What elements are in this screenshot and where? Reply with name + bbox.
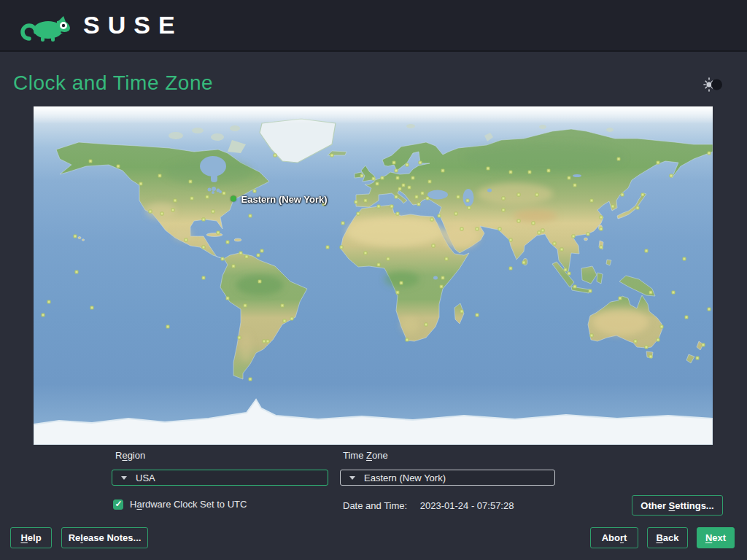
city-dot [707,152,711,155]
city-dot [528,171,532,174]
city-dot [356,211,360,215]
city-dot [696,357,700,360]
city-dot [439,285,443,289]
city-dot [571,234,575,238]
city-dot [568,272,571,276]
city-dot [468,206,471,210]
city-dot [456,195,460,198]
page-title: Clock and Time Zone [13,71,213,95]
city-dot [201,276,205,279]
next-button[interactable]: Next [697,527,735,548]
city-dot [282,319,286,322]
city-dot [475,314,479,317]
city-dot [657,338,660,341]
day-night-toggle-icon[interactable] [703,77,724,92]
city-dot [158,174,162,178]
city-dot [88,159,92,163]
city-dot [441,276,445,279]
abort-button[interactable]: Abort [590,527,638,548]
city-dot [600,246,603,249]
city-dot [684,315,688,319]
timezone-marker-label: Eastern (New York) [241,193,328,204]
region-dropdown[interactable]: USA [112,470,328,486]
region-label: Region [115,450,145,461]
city-dot [560,247,564,251]
city-dot [522,260,526,264]
city-dot [432,244,436,247]
city-dot [438,214,441,217]
city-dot [611,204,614,208]
city-dot [211,210,214,214]
city-dot [707,308,711,311]
installer-window: SUSE Clock and Time Zone [0,0,747,560]
city-dot [330,154,333,158]
city-dot [590,334,594,338]
time-zone-dropdown[interactable]: Eastern (New York) [340,470,555,486]
city-dot [460,309,464,313]
city-dot [645,249,649,253]
hardware-clock-checkbox[interactable] [113,499,123,510]
city-dot [387,257,390,260]
city-dot [547,168,551,172]
city-dot [355,201,358,204]
city-dot [414,195,418,198]
city-dot [683,257,686,260]
city-dot [460,227,464,230]
city-dot [252,190,256,193]
timezone-marker-dot [231,196,236,202]
city-dot [75,270,79,273]
brand-wordmark: SUSE [83,11,183,39]
city-dot [590,198,594,202]
city-dot [222,191,226,195]
city-dot [396,291,400,295]
city-dot [588,289,592,292]
hardware-clock-utc-row[interactable]: Hardware Clock Set to UTC [113,499,247,510]
city-dot [249,214,252,217]
date-time-label: Date and Time: [343,500,407,511]
city-dot [509,171,513,174]
release-notes-button[interactable]: Release Notes... [61,527,148,548]
city-dot [377,262,381,266]
city-dot [445,257,449,260]
chevron-down-icon [349,476,355,480]
city-dot [541,229,545,233]
city-dot [501,208,505,211]
city-dot [419,161,422,165]
city-dot [232,265,236,268]
city-dot [501,197,505,201]
city-dot [266,340,269,343]
city-dot [532,221,535,225]
suse-logo: SUSE [19,7,183,44]
city-dot [220,257,224,260]
city-dot [600,227,603,230]
city-dot [398,187,401,191]
top-bar: SUSE [0,0,747,52]
other-settings-button[interactable]: Other Settings... [632,495,723,516]
city-dot [245,255,249,259]
city-dots-layer [34,106,713,445]
city-dot [201,246,205,249]
city-dot [498,227,501,230]
city-dot [573,184,577,187]
date-time-value: 2023-01-24 - 07:57:28 [420,500,514,511]
city-dot [166,324,169,328]
timezone-map[interactable]: Eastern (New York) [34,106,713,445]
hardware-clock-label[interactable]: Hardware Clock Set to UTC [130,499,247,510]
city-dot [260,249,263,253]
city-dot [171,208,175,211]
city-dot [339,246,343,249]
city-dot [400,281,403,285]
back-button[interactable]: Back [647,527,688,548]
city-dot [465,198,469,202]
city-dot [428,180,432,184]
city-dot [564,268,568,272]
city-dot [205,195,209,198]
city-dot [649,354,652,358]
suse-chameleon-icon [19,7,73,44]
help-button[interactable]: Help [10,527,52,548]
city-dot [568,176,571,179]
city-dot [256,253,260,257]
region-value: USA [136,472,155,483]
city-dot [258,279,262,283]
city-dot [226,296,230,300]
